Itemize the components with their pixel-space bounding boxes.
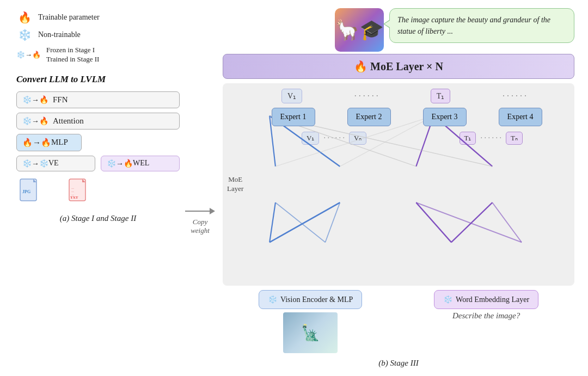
vision-encoder-section: ❄️ Vision Encoder & MLP 🗽 [259, 290, 362, 353]
speech-text: The image capture the beauty and grandeu… [397, 16, 550, 35]
expert-4-box: Expert 4 [499, 108, 542, 126]
copy-weight-label: Copy weight [191, 218, 210, 235]
expert-3-box: Expert 3 [423, 108, 467, 126]
experts-row: Expert 1 Expert 2 Expert 3 Expert 4 [228, 108, 569, 126]
word-embedding-box: ❄️ Word Embedding Layer [434, 290, 538, 309]
wel-box: ❄️→🔥 WEL [101, 156, 180, 171]
expert-1-box: Expert 1 [272, 108, 315, 126]
statue-image: 🗽 [283, 312, 338, 353]
legend-trainable: 🔥 Trainable parameter [16, 11, 180, 24]
legend: 🔥 Trainable parameter ❄️ Non-trainable ❄… [16, 11, 180, 64]
attn-label: Attention [53, 116, 84, 126]
ve-label: VE [48, 159, 59, 168]
vision-encoder-label: Vision Encoder & MLP [280, 295, 353, 304]
top-v1-token: V₁ [281, 89, 302, 103]
speech-bubble: The image capture the beauty and grandeu… [389, 8, 574, 43]
svg-text:—: — [71, 190, 75, 193]
ffn-label: FFN [53, 95, 68, 104]
describe-text: Describe the image? [452, 311, 520, 320]
bottom-t-dots: · · · · · · [480, 134, 501, 143]
moe-diagram: MoELayer V₁ · · · · · · T₁ · · · · · · [223, 83, 574, 286]
word-embedding-label: Word Embedding Layer [456, 295, 529, 304]
ffn-icon: ❄️→🔥 [22, 95, 48, 104]
ve-box: ❄️→❄️ VE [16, 156, 95, 171]
expert-2-box: Expert 2 [347, 108, 391, 126]
mlp-icon: 🔥→🔥 [22, 138, 51, 147]
legend-frozen: ❄️→🔥 Frozen in Stage ITrained in Stage I… [16, 46, 180, 64]
attention-box: ❄️→🔥 Attention [16, 113, 180, 130]
txt-file-icon: — — — TXT [68, 178, 90, 203]
mascot-image: 🦙🎓 [335, 8, 384, 52]
top-dots-1: · · · · · · [354, 91, 378, 101]
svg-text:TXT: TXT [70, 195, 78, 200]
mlp-box: 🔥→🔥 MLP [16, 134, 82, 151]
word-embedding-section: ❄️ Word Embedding Layer Describe the ima… [434, 290, 538, 353]
wel-label: WEL [133, 159, 149, 168]
moe-layer-bar: 🔥 MoE Layer × N [223, 54, 574, 79]
svg-line-28 [492, 202, 522, 242]
right-panel: 🦙🎓 The image capture the beauty and gran… [217, 5, 577, 371]
bottom-v1-token: V₁ [302, 132, 319, 145]
svg-text:—: — [71, 187, 75, 189]
fire-icon: 🔥 [16, 11, 33, 24]
svg-text:JPG: JPG [22, 189, 30, 194]
svg-line-23 [275, 202, 326, 242]
svg-line-27 [416, 202, 522, 242]
stage-b-label: (b) Stage III [223, 359, 574, 368]
svg-line-22 [270, 202, 340, 242]
ve-icon: ❄️→❄️ [22, 159, 48, 168]
word-embedding-icon: ❄️ [443, 295, 452, 304]
frozen-label: Frozen in Stage ITrained in Stage II [46, 46, 99, 64]
bottom-tokens-section: V₁ · · · · · · Vₙ T₁ · · · · · · Tₙ [228, 132, 569, 145]
bottom-vn-token: Vₙ [349, 132, 366, 145]
bottom-v-dots: · · · · · · [323, 134, 345, 143]
file-icons-row: JPG — — — TXT [16, 178, 180, 203]
svg-line-21 [270, 202, 275, 242]
svg-line-26 [451, 202, 492, 242]
nontrainable-label: Non-trainable [38, 30, 81, 39]
jpg-file-icon: JPG [19, 178, 41, 203]
moe-bar-label: MoE Layer × N [370, 60, 443, 72]
trainable-label: Trainable parameter [38, 13, 100, 22]
bottom-tn-token: Tₙ [506, 132, 523, 145]
bottom-t-tokens: T₁ · · · · · · Tₙ [460, 132, 523, 145]
moe-fire-icon: 🔥 [354, 60, 367, 72]
frozen-arrow-icon: ❄️→🔥 [16, 51, 41, 59]
ffn-box: ❄️→🔥 FFN [16, 91, 180, 108]
vision-encoder-box: ❄️ Vision Encoder & MLP [259, 290, 362, 309]
attn-icon: ❄️→🔥 [22, 116, 48, 126]
left-panel: 🔥 Trainable parameter ❄️ Non-trainable ❄… [11, 5, 185, 371]
bottom-t1-token: T₁ [460, 132, 476, 145]
ve-wel-row: ❄️→❄️ VE ❄️→🔥 WEL [16, 156, 180, 171]
speech-bubble-section: 🦙🎓 The image capture the beauty and gran… [223, 8, 574, 52]
legend-nontrainable: ❄️ Non-trainable [16, 28, 180, 41]
top-dots-2: · · · · · · [503, 91, 526, 101]
top-tokens-row: V₁ · · · · · · T₁ · · · · · · [228, 89, 569, 103]
svg-line-25 [416, 202, 451, 242]
moe-layer-side-label: MoELayer [227, 175, 243, 194]
bottom-v-tokens: V₁ · · · · · · Vₙ [302, 132, 366, 145]
stage-a-label: (a) Stage I and Stage II [16, 214, 180, 223]
top-t1-token: T₁ [431, 89, 451, 103]
vision-encoder-icon: ❄️ [268, 295, 277, 304]
convert-title: Convert LLM to LVLM [16, 74, 180, 85]
mlp-label: MLP [51, 138, 68, 147]
wel-icon: ❄️→🔥 [107, 159, 133, 168]
snowflake-icon: ❄️ [16, 28, 33, 41]
copy-weight-arrow: Copy weight [185, 5, 217, 371]
svg-line-24 [325, 202, 340, 242]
encoder-embedding-row: ❄️ Vision Encoder & MLP 🗽 ❄️ Word Embedd… [223, 290, 574, 353]
